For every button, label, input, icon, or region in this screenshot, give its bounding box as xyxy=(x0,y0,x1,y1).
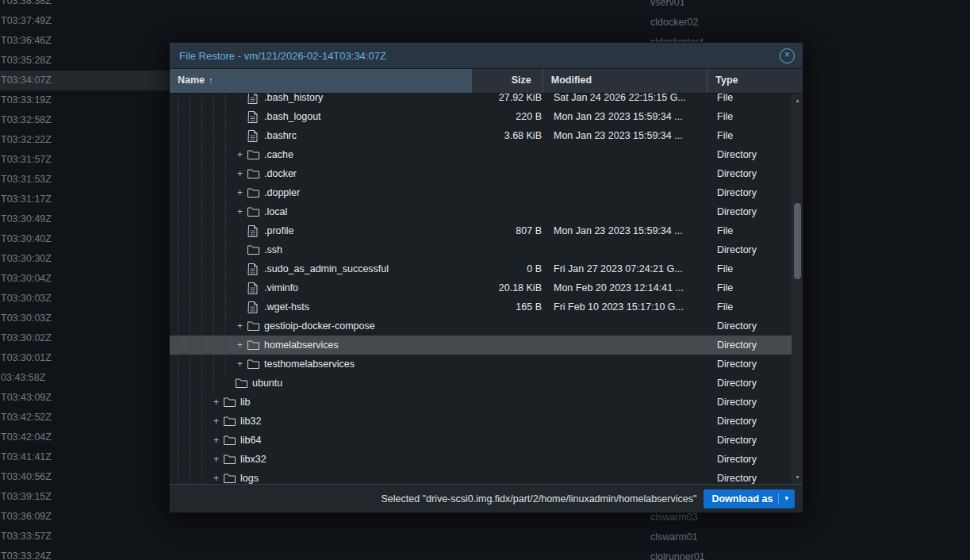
tree-guide xyxy=(190,202,201,221)
table-row[interactable]: .bash_logout220 BMon Jan 23 2023 15:59:3… xyxy=(170,107,792,126)
tree-guide xyxy=(178,469,190,484)
size-cell: 20.18 KiB xyxy=(473,282,544,293)
tree-guide xyxy=(178,316,190,336)
tree-guide xyxy=(178,94,190,107)
tree-guide xyxy=(201,374,213,393)
type-cell: Directory xyxy=(709,244,792,255)
column-header-type[interactable]: Type xyxy=(707,69,803,93)
table-row[interactable]: +.localDirectory xyxy=(170,202,792,221)
tree-guide xyxy=(178,202,190,221)
table-row[interactable]: .wget-hsts165 BFri Feb 10 2023 15:17:10 … xyxy=(170,297,792,316)
tree-guide xyxy=(225,145,237,164)
folder-icon xyxy=(236,378,250,388)
table-row[interactable]: +.dopplerDirectory xyxy=(170,183,792,202)
tree-guide xyxy=(213,202,225,221)
scrollbar-thumb[interactable] xyxy=(794,203,801,279)
plus-expander-icon[interactable]: + xyxy=(237,355,247,374)
scroll-down-arrow-icon[interactable]: ▼ xyxy=(792,474,803,480)
table-row[interactable]: +lib32Directory xyxy=(170,412,792,431)
tree-guide xyxy=(225,297,237,316)
file-name-label: .local xyxy=(262,206,287,217)
tree-guide xyxy=(178,164,190,183)
download-as-label: Download as xyxy=(711,493,773,504)
name-cell: +gestioip-docker-compose xyxy=(170,316,473,336)
tree-guide xyxy=(225,107,237,126)
folder-icon xyxy=(224,474,238,483)
table-row[interactable]: .profile807 BMon Jan 23 2023 15:59:34 ..… xyxy=(170,221,792,240)
tree-guide xyxy=(178,107,190,126)
plus-expander-icon[interactable]: + xyxy=(237,145,247,164)
plus-expander-icon[interactable]: + xyxy=(237,164,247,183)
tree-guide xyxy=(190,145,201,164)
tree-guide xyxy=(225,202,237,221)
table-row[interactable]: +.cacheDirectory xyxy=(170,145,792,164)
file-icon xyxy=(247,263,262,275)
tree-guide xyxy=(178,412,190,431)
tree-guide xyxy=(213,183,225,202)
folder-icon xyxy=(247,150,262,159)
tree-guide xyxy=(201,240,213,259)
file-name-label: .docker xyxy=(262,168,297,179)
column-header-name[interactable]: Name↑ xyxy=(170,69,472,93)
size-cell: 27.92 KiB xyxy=(473,94,544,103)
table-header: Name↑ Size Modified Type xyxy=(170,69,803,94)
dialog-titlebar: File Restore - vm/121/2026-02-14T03:34:0… xyxy=(170,43,803,69)
name-cell: +lib32 xyxy=(170,412,473,431)
table-row[interactable]: +testhomelabservicesDirectory xyxy=(170,355,792,374)
size-cell: 165 B xyxy=(473,301,544,313)
scroll-up-arrow-icon[interactable]: ▲ xyxy=(792,98,803,103)
table-row[interactable]: .sshDirectory xyxy=(170,240,792,259)
plus-expander-icon[interactable]: + xyxy=(213,431,224,450)
plus-expander-icon[interactable]: + xyxy=(237,336,247,355)
folder-icon xyxy=(224,435,238,445)
plus-expander-icon[interactable]: + xyxy=(213,450,224,469)
type-cell: Directory xyxy=(709,473,792,484)
table-row[interactable]: +.dockerDirectory xyxy=(170,164,792,183)
name-cell: +.doppler xyxy=(170,183,473,202)
plus-expander-icon[interactable]: + xyxy=(237,183,247,202)
plus-expander-icon[interactable]: + xyxy=(213,469,224,484)
table-row[interactable]: ubuntuDirectory xyxy=(170,374,792,393)
table-row[interactable]: +libx32Directory xyxy=(170,450,792,469)
tree-guide xyxy=(225,94,237,107)
tree-guide xyxy=(225,126,237,145)
tree-guide xyxy=(178,374,190,393)
column-header-size[interactable]: Size xyxy=(472,69,543,93)
table-row[interactable]: .sudo_as_admin_successful0 BFri Jan 27 2… xyxy=(170,259,792,278)
plus-expander-icon[interactable]: + xyxy=(213,393,224,412)
table-row[interactable]: +lib64Directory xyxy=(170,431,792,450)
close-icon[interactable]: × xyxy=(780,48,795,63)
table-row[interactable]: +gestioip-docker-composeDirectory xyxy=(170,316,792,336)
table-row[interactable]: +homelabservicesDirectory xyxy=(170,336,792,355)
table-row[interactable]: .bash_history27.92 KiBSat Jan 24 2026 22… xyxy=(170,94,792,107)
tree-guide xyxy=(201,126,213,145)
folder-icon xyxy=(224,397,238,407)
table-row[interactable]: .bashrc3.68 KiBMon Jan 23 2023 15:59:34 … xyxy=(170,126,792,145)
folder-icon xyxy=(247,321,262,331)
tree-guide xyxy=(190,126,201,145)
file-name-label: .cache xyxy=(262,149,293,160)
tree-guide xyxy=(213,374,225,393)
file-icon xyxy=(247,111,262,123)
modified-cell: Sat Jan 24 2026 22:15:15 G... xyxy=(544,94,709,103)
plus-expander-icon[interactable]: + xyxy=(213,412,224,431)
tree-guide xyxy=(190,316,201,336)
tree-guide xyxy=(201,94,213,107)
table-row[interactable]: +logsDirectory xyxy=(170,469,792,484)
file-name-label: libx32 xyxy=(238,454,266,465)
tree-guide xyxy=(190,240,201,259)
name-cell: +.local xyxy=(170,202,473,221)
download-as-button[interactable]: Download as▾ xyxy=(704,489,795,508)
name-cell: +testhomelabservices xyxy=(170,355,473,374)
name-cell: .wget-hsts xyxy=(170,297,473,316)
table-row[interactable]: .viminfo20.18 KiBMon Feb 20 2023 12:14:4… xyxy=(170,278,792,297)
tree-guide xyxy=(225,336,237,355)
type-cell: File xyxy=(709,94,792,103)
name-cell: .ssh xyxy=(170,240,473,259)
vertical-scrollbar[interactable]: ▲ ▼ xyxy=(792,94,803,484)
tree-guide xyxy=(201,221,213,240)
column-header-modified[interactable]: Modified xyxy=(543,69,707,93)
table-row[interactable]: +libDirectory xyxy=(170,393,792,412)
plus-expander-icon[interactable]: + xyxy=(237,316,247,336)
plus-expander-icon[interactable]: + xyxy=(237,202,247,221)
